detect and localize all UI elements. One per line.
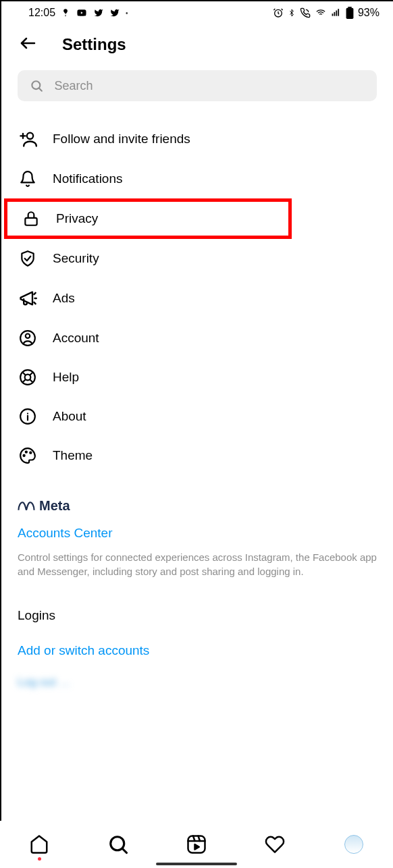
svg-point-10	[27, 133, 33, 139]
svg-rect-3	[336, 11, 337, 16]
logins-title: Logins	[1, 592, 393, 630]
svg-line-9	[39, 88, 42, 91]
home-icon	[29, 834, 49, 855]
more-dot: •	[126, 9, 128, 17]
swiggy-icon	[61, 7, 70, 18]
item-follow-invite[interactable]: Follow and invite friends	[1, 119, 393, 159]
svg-line-24	[22, 379, 25, 382]
svg-rect-1	[332, 13, 334, 16]
status-time: 12:05	[28, 7, 55, 19]
accounts-center-description: Control settings for connected experienc…	[1, 545, 393, 592]
header: Settings	[1, 22, 393, 70]
svg-point-30	[30, 452, 31, 454]
nav-reels[interactable]	[182, 830, 211, 859]
user-circle-icon	[19, 329, 36, 347]
svg-point-29	[26, 452, 27, 453]
search-input[interactable]	[54, 79, 365, 93]
search-nav-icon	[108, 834, 128, 855]
arrow-left-icon	[18, 35, 38, 51]
youtube-icon	[76, 8, 88, 18]
logout-link[interactable]: Log out …	[1, 662, 393, 699]
heart-icon	[265, 834, 285, 855]
svg-point-28	[24, 455, 25, 456]
add-switch-accounts-link[interactable]: Add or switch accounts	[1, 630, 393, 662]
search-icon	[30, 78, 43, 93]
bluetooth-icon	[288, 7, 296, 18]
search-bar[interactable]	[18, 70, 377, 101]
item-label: Follow and invite friends	[53, 132, 190, 146]
item-privacy[interactable]: Privacy	[4, 198, 292, 239]
megaphone-icon	[18, 289, 37, 308]
item-security[interactable]: Security	[1, 239, 393, 278]
signal-icon	[331, 8, 342, 18]
svg-rect-5	[348, 7, 351, 8]
bottom-nav	[1, 821, 393, 868]
svg-rect-13	[25, 218, 36, 225]
svg-line-32	[122, 848, 126, 852]
palette-icon	[19, 447, 36, 464]
twitter-icon	[93, 8, 104, 18]
bell-icon	[19, 170, 36, 188]
battery-icon	[346, 7, 354, 19]
svg-line-16	[34, 302, 35, 304]
item-label: Theme	[53, 448, 93, 463]
settings-list: Follow and invite friends Notifications …	[1, 115, 393, 479]
svg-rect-4	[338, 9, 339, 16]
status-left: 12:05 •	[28, 7, 128, 19]
nav-search[interactable]	[103, 830, 133, 859]
svg-line-21	[22, 372, 25, 375]
meta-icon	[18, 500, 35, 512]
nav-profile[interactable]	[339, 830, 369, 859]
accounts-center-link[interactable]: Accounts Center	[1, 518, 393, 545]
item-notifications[interactable]: Notifications	[1, 159, 393, 198]
item-label: Notifications	[53, 171, 123, 186]
meta-brand: Meta	[39, 498, 70, 514]
nav-dot	[38, 857, 41, 861]
back-button[interactable]	[18, 35, 38, 54]
nav-home[interactable]	[24, 830, 54, 859]
svg-marker-37	[194, 844, 199, 850]
shield-icon	[19, 250, 36, 267]
svg-line-14	[34, 293, 35, 294]
svg-line-22	[30, 379, 32, 382]
meta-logo: Meta	[18, 498, 377, 514]
item-label: Ads	[53, 291, 75, 306]
item-about[interactable]: About	[1, 397, 393, 436]
page-title: Settings	[62, 35, 126, 54]
twitter-icon-2	[109, 8, 120, 18]
lock-icon	[22, 210, 40, 227]
item-label: Account	[53, 331, 99, 346]
item-theme[interactable]: Theme	[1, 436, 393, 475]
item-account[interactable]: Account	[1, 319, 393, 358]
svg-point-18	[26, 334, 30, 339]
item-ads[interactable]: Ads	[1, 278, 393, 319]
wifi-icon	[315, 8, 327, 18]
avatar-icon	[344, 835, 363, 854]
battery-percent: 93%	[358, 7, 379, 19]
call-icon	[300, 7, 311, 18]
status-bar: 12:05 • 93%	[1, 1, 393, 22]
status-right: 93%	[273, 7, 379, 19]
svg-rect-33	[188, 836, 205, 853]
lifebuoy-icon	[19, 369, 36, 386]
item-label: Security	[53, 251, 99, 266]
svg-rect-6	[346, 8, 354, 19]
svg-line-23	[30, 372, 32, 375]
gesture-handle	[156, 863, 237, 865]
item-label: Help	[53, 370, 79, 385]
item-help[interactable]: Help	[1, 358, 393, 397]
info-icon	[19, 408, 36, 425]
alarm-icon	[273, 7, 284, 18]
nav-activity[interactable]	[260, 830, 290, 859]
item-label: Privacy	[56, 211, 98, 226]
item-label: About	[53, 409, 86, 424]
reels-icon	[186, 834, 207, 855]
svg-rect-2	[334, 12, 335, 16]
user-plus-icon	[18, 130, 37, 148]
meta-section: Meta	[1, 479, 393, 518]
